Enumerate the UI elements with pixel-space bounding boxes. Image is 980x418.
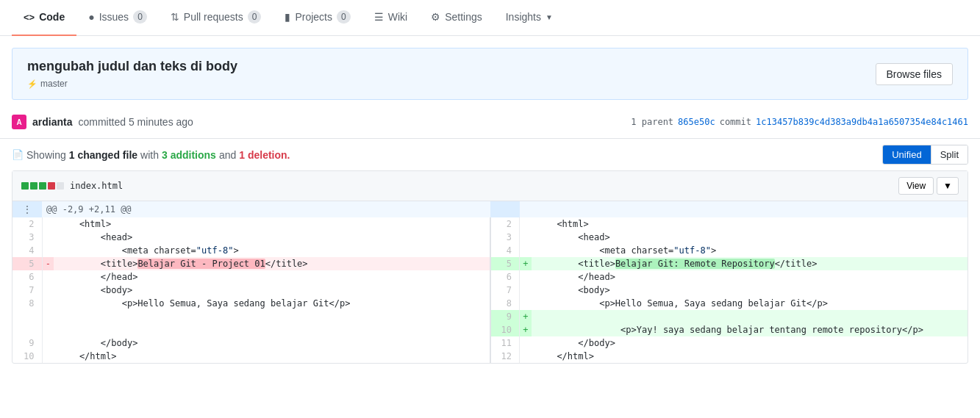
showing-label: Showing <box>26 149 66 161</box>
pull-requests-icon: ⇅ <box>171 11 179 23</box>
issues-badge: 0 <box>133 10 147 24</box>
tab-settings-label: Settings <box>445 11 482 23</box>
diff-stats-bar: 📄 Showing 1 changed file with 3 addition… <box>0 138 980 170</box>
with-label: with <box>140 149 159 161</box>
file-header-left: index.html <box>21 181 123 191</box>
file-icon: 📄 <box>12 149 24 160</box>
tab-wiki-label: Wiki <box>388 11 407 23</box>
tab-insights-label: Insights <box>506 11 541 23</box>
diff-line-2: 2 <html> 2 <html> <box>12 217 968 231</box>
tab-projects[interactable]: ▮ Projects 0 <box>273 0 362 36</box>
tab-pull-requests[interactable]: ⇅ Pull requests 0 <box>159 0 273 36</box>
split-view-button[interactable]: Split <box>931 145 968 164</box>
tab-issues-label: Issues <box>99 11 129 23</box>
top-nav: <> Code ● Issues 0 ⇅ Pull requests 0 ▮ P… <box>0 0 980 36</box>
unified-view-button[interactable]: Unified <box>883 145 930 164</box>
wiki-icon: ☰ <box>374 11 384 23</box>
diff-line-8: 8 <p>Hello Semua, Saya sedang belajar Gi… <box>12 297 968 310</box>
code-icon: <> <box>24 12 35 23</box>
commit-branch: ⚡ master <box>27 79 237 89</box>
branch-icon: ⚡ <box>27 79 37 89</box>
tab-issues[interactable]: ● Issues 0 <box>76 0 159 36</box>
tab-wiki[interactable]: ☰ Wiki <box>362 0 419 36</box>
file-options-button[interactable]: ▼ <box>937 177 959 195</box>
diff-line-10-add: 10 + <p>Yay! saya sedang belajar tentang… <box>12 323 968 336</box>
projects-icon: ▮ <box>285 11 290 23</box>
diff-line-4: 4 <meta charset="utf-8"> 4 <meta charset… <box>12 244 968 257</box>
file-header: index.html View ▼ <box>12 171 968 201</box>
diff-table-wrapper: ⋮ @@ -2,9 +2,11 @@ 2 <html> 2 <html> 3 <box>12 201 968 363</box>
commit-info: mengubah judul dan teks di body ⚡ master <box>27 59 237 89</box>
tab-insights[interactable]: Insights ▼ <box>494 0 565 36</box>
pull-requests-badge: 0 <box>248 10 262 24</box>
file-name: index.html <box>70 181 123 191</box>
branch-name: master <box>40 79 68 89</box>
file-actions: View ▼ <box>898 177 959 195</box>
commit-label: commit <box>720 117 751 127</box>
view-file-button[interactable]: View <box>898 177 934 195</box>
changed-count: 1 changed file <box>69 149 137 161</box>
browse-files-button[interactable]: Browse files <box>876 63 953 85</box>
tab-code[interactable]: <> Code <box>12 0 76 36</box>
diff-line-10-12: 10 </html> 12 </html> <box>12 350 968 363</box>
file-diff-container: index.html View ▼ ⋮ @@ -2,9 +2,11 @@ <box>12 170 968 364</box>
hunk-row: ⋮ @@ -2,9 +2,11 @@ <box>12 201 968 217</box>
deletions-count: 1 deletion. <box>239 149 290 161</box>
projects-badge: 0 <box>337 10 351 24</box>
tab-settings[interactable]: ⚙ Settings <box>419 0 494 36</box>
avatar: A <box>12 115 26 129</box>
and-label: and <box>219 149 236 161</box>
tab-projects-label: Projects <box>295 11 332 23</box>
diff-line-6: 6 </head> 6 </head> <box>12 270 968 284</box>
tab-code-label: Code <box>39 11 65 23</box>
issues-icon: ● <box>88 11 94 23</box>
commit-meta: A ardianta committed 5 minutes ago 1 par… <box>0 112 980 138</box>
commit-sha-link[interactable]: 1c13457b839c4d383a9db4a1a6507354e84c1461 <box>756 117 968 127</box>
commit-title: mengubah judul dan teks di body <box>27 59 237 74</box>
diff-line-3: 3 <head> 3 <head> <box>12 231 968 244</box>
diff-line-9-add-empty: 9 + <box>12 310 968 323</box>
hunk-expand-icon: ⋮ <box>23 204 32 215</box>
diff-view-toggle: Unified Split <box>882 145 968 165</box>
diff-line-7: 7 <body> 7 <body> <box>12 284 968 297</box>
commit-header: mengubah judul dan teks di body ⚡ master… <box>12 48 968 100</box>
diff-stats-text: 📄 Showing 1 changed file with 3 addition… <box>12 149 290 161</box>
author-name[interactable]: ardianta <box>32 116 72 128</box>
parent-label: 1 parent <box>631 117 673 127</box>
diff-line-5-del: 5 - <title>Belajar Git - Project 01</tit… <box>12 257 968 270</box>
parent-sha-link[interactable]: 865e50c <box>678 117 715 127</box>
additions-count: 3 additions <box>162 149 216 161</box>
insights-chevron-icon: ▼ <box>546 13 553 21</box>
diff-line-9-11: 9 </body> 11 </body> <box>12 336 968 350</box>
file-change-count <box>21 182 64 190</box>
commit-time: committed 5 minutes ago <box>78 116 193 128</box>
commit-sha-info: 1 parent 865e50c commit 1c13457b839c4d38… <box>631 117 968 127</box>
tab-pull-requests-label: Pull requests <box>184 11 243 23</box>
settings-icon: ⚙ <box>431 11 440 23</box>
